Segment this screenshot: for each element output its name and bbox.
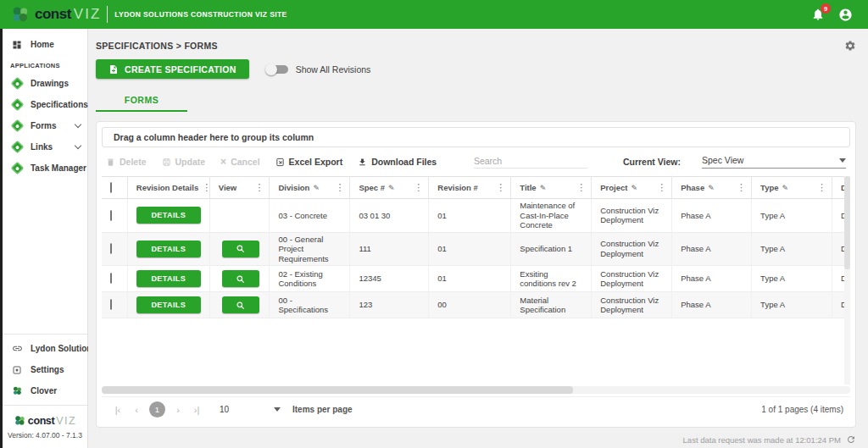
sidebar-item-specifications[interactable]: Specifications [3, 94, 87, 115]
previous-page-button[interactable]: ‹ [127, 405, 146, 415]
grid-toolbar: Delete Update × Cancel [102, 149, 850, 174]
table-header-row: Revision Details ⋮ View ⋮ Division ✎ ⋮ [102, 177, 850, 199]
sidebar-logo: const VIZ [3, 409, 87, 429]
column-header-revision-no[interactable]: Revision # ⋮ [429, 177, 511, 199]
column-menu-icon[interactable]: ⋮ [496, 182, 505, 193]
tab-forms[interactable]: FORMS [96, 95, 187, 112]
column-menu-icon[interactable]: ⋮ [737, 182, 746, 193]
specifications-icon [10, 100, 24, 109]
edit-pencil-icon: ✎ [631, 184, 637, 192]
dropdown-caret-icon [274, 407, 281, 412]
spec-table: Revision Details ⋮ View ⋮ Division ✎ ⋮ [102, 176, 850, 318]
details-button[interactable]: DETAILS [136, 296, 201, 313]
pagination-bar: |‹ ‹ 1 › ›| 10 Items per page 1 of 1 pag… [102, 396, 850, 422]
sidebar-item-home[interactable]: Home [3, 34, 87, 55]
sidebar-item-lydon-solutions[interactable]: Lydon Solutions [3, 338, 87, 359]
column-header-type[interactable]: Type ✎ ⋮ [752, 177, 832, 199]
column-menu-icon[interactable]: ⋮ [254, 182, 264, 193]
edit-pencil-icon: ✎ [540, 184, 547, 192]
clover-logo-icon [14, 414, 26, 427]
last-page-button[interactable]: ›| [187, 405, 206, 415]
app-logo[interactable]: const VIZ [10, 4, 101, 25]
chevron-down-icon [75, 142, 81, 149]
grid-card: Drag a column header here to group its c… [96, 121, 856, 428]
toggle-label: Show All Revisions [296, 64, 371, 75]
cancel-button[interactable]: × Cancel [220, 157, 259, 167]
first-page-button[interactable]: |‹ [108, 405, 127, 415]
column-menu-icon[interactable]: ⋮ [335, 182, 344, 193]
notification-badge: 9 [821, 3, 831, 14]
vertical-scrollbar[interactable] [844, 176, 850, 384]
column-header-phase[interactable]: Phase ✎ ⋮ [672, 177, 752, 199]
account-icon[interactable] [838, 8, 853, 22]
select-all-header [102, 177, 127, 199]
column-menu-icon[interactable]: ⋮ [202, 182, 209, 193]
select-all-checkbox[interactable] [110, 182, 112, 193]
column-header-title[interactable]: Title ✎ ⋮ [511, 177, 592, 199]
page-size-select[interactable]: 10 [220, 405, 281, 414]
view-button[interactable] [222, 241, 259, 257]
table-row: DETAILS 00 - Specifications 123 00 Mater… [102, 292, 850, 318]
details-button[interactable]: DETAILS [136, 241, 201, 257]
chevron-down-icon [75, 121, 81, 128]
create-specification-button[interactable]: CREATE SPECIFICATION [96, 59, 249, 79]
horizontal-scrollbar-thumb[interactable] [102, 386, 573, 394]
view-button[interactable] [222, 296, 259, 313]
horizontal-scrollbar[interactable] [102, 386, 850, 394]
row-checkbox[interactable] [110, 273, 112, 284]
row-checkbox[interactable] [110, 210, 112, 221]
sidebar-item-settings[interactable]: Settings [3, 359, 87, 380]
column-header-project[interactable]: Project ✎ ⋮ [592, 177, 672, 199]
column-menu-icon[interactable]: ⋮ [657, 182, 666, 193]
edit-pencil-icon: ✎ [313, 184, 320, 192]
clover-icon [10, 385, 24, 396]
current-page-button[interactable]: 1 [149, 401, 165, 418]
task-manager-icon [10, 163, 24, 173]
sidebar-item-drawings[interactable]: Drawings [3, 73, 87, 94]
row-checkbox[interactable] [110, 243, 112, 254]
sidebar-item-label: Home [31, 40, 54, 49]
group-panel[interactable]: Drag a column header here to group its c… [102, 127, 850, 147]
column-header-revision-details[interactable]: Revision Details ⋮ [127, 177, 209, 199]
app-window: const VIZ LYDON SOLUTIONS CONSTRUCTION V… [0, 0, 868, 448]
column-menu-icon[interactable]: ⋮ [817, 182, 826, 193]
applications-section-label: APPLICATIONS [3, 55, 87, 73]
excel-export-button[interactable]: Excel Export [275, 157, 343, 167]
page-settings-gear-icon[interactable] [844, 40, 856, 52]
show-all-revisions-toggle[interactable]: Show All Revisions [265, 64, 371, 75]
row-checkbox[interactable] [110, 299, 112, 310]
header-divider [107, 6, 108, 23]
items-per-page-label: Items per page [292, 405, 353, 414]
version-text: Version: 4.07.00 - 7.1.3 [3, 429, 87, 448]
magnifier-icon [236, 244, 245, 253]
download-files-button[interactable]: Download Files [358, 157, 437, 167]
dropdown-caret-icon [839, 158, 846, 163]
column-header-division[interactable]: Division ✎ ⋮ [270, 177, 350, 199]
details-button[interactable]: DETAILS [136, 270, 201, 287]
details-button[interactable]: DETAILS [136, 207, 201, 224]
next-page-button[interactable]: › [169, 405, 187, 415]
sidebar-item-forms[interactable]: Forms [3, 115, 87, 136]
search-input[interactable] [474, 156, 588, 166]
refresh-icon[interactable] [846, 434, 856, 445]
delete-button[interactable]: Delete [106, 157, 147, 167]
column-header-view[interactable]: View ⋮ [209, 177, 270, 199]
current-view-select[interactable]: Spec View [702, 155, 846, 169]
edit-pencil-icon: ✎ [388, 184, 395, 192]
view-button[interactable] [222, 270, 259, 287]
export-file-icon [275, 158, 285, 167]
notifications-button[interactable]: 9 [811, 8, 825, 21]
update-button[interactable]: Update [162, 157, 206, 167]
sidebar-item-clover[interactable]: Clover [3, 380, 87, 401]
link-icon [10, 343, 24, 354]
magnifier-icon [236, 301, 245, 310]
search-box [474, 156, 587, 169]
column-menu-icon[interactable]: ⋮ [576, 182, 586, 193]
sidebar-item-task-manager[interactable]: Task Manager [3, 158, 87, 179]
sidebar-item-links[interactable]: Links [3, 136, 87, 158]
download-icon [358, 158, 367, 167]
column-header-spec-no[interactable]: Spec # ✎ ⋮ [350, 177, 429, 199]
logo-text-viz: VIZ [74, 6, 101, 23]
last-request-status: Last data request was made at 12:01:24 P… [683, 435, 841, 445]
column-menu-icon[interactable]: ⋮ [414, 182, 423, 193]
